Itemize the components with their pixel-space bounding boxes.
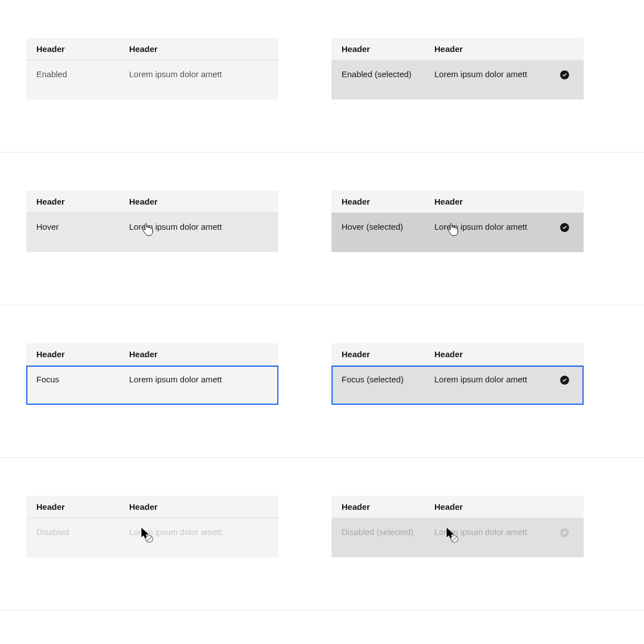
cell-state-label: Enabled (selected) bbox=[332, 69, 434, 80]
column-header: Header bbox=[26, 44, 129, 54]
column-header: Header bbox=[26, 502, 129, 512]
section-disabled: Header Header Disabled Lorem ipsum dolor… bbox=[0, 458, 644, 610]
pointer-cursor-icon bbox=[447, 222, 459, 237]
cell-state-label: Focus (selected) bbox=[332, 375, 434, 385]
table-header-row: Header Header bbox=[332, 38, 584, 60]
cell-state-label: Disabled (selected) bbox=[332, 527, 434, 538]
table-focus: Header Header Focus Lorem ipsum dolor am… bbox=[26, 343, 278, 405]
column-header: Header bbox=[332, 197, 434, 207]
table-header-row: Header Header bbox=[26, 191, 278, 213]
table-enabled: Header Header Enabled Lorem ipsum dolor … bbox=[26, 38, 278, 100]
table-focus-selected: Header Header Focus (selected) Lorem ips… bbox=[332, 343, 584, 405]
column-header: Header bbox=[129, 502, 278, 512]
table-header-row: Header Header bbox=[26, 496, 278, 518]
cell-state-label: Hover bbox=[26, 222, 129, 233]
section-enabled: Header Header Enabled Lorem ipsum dolor … bbox=[0, 0, 644, 153]
checkmark-filled-icon bbox=[560, 70, 569, 79]
pointer-cursor-icon bbox=[141, 222, 154, 237]
cell-content: Lorem ipsum dolor amett bbox=[434, 69, 560, 80]
column-header: Header bbox=[26, 349, 129, 359]
column-header: Header bbox=[332, 349, 434, 359]
column-header: Header bbox=[129, 44, 278, 54]
table-header-row: Header Header bbox=[332, 191, 584, 213]
section-focus: Header Header Focus Lorem ipsum dolor am… bbox=[0, 305, 644, 458]
table-hover-selected: Header Header Hover (selected) Lorem ips… bbox=[332, 191, 584, 252]
checkmark-filled-icon bbox=[560, 528, 569, 537]
table-row-hover[interactable]: Hover Lorem ipsum dolor amett bbox=[26, 213, 278, 252]
column-header: Header bbox=[434, 44, 584, 54]
checkmark-filled-icon bbox=[560, 376, 569, 385]
column-header: Header bbox=[129, 349, 278, 359]
checkmark-filled-icon bbox=[560, 223, 569, 232]
section-hover: Header Header Hover Lorem ipsum dolor am… bbox=[0, 153, 644, 305]
column-header: Header bbox=[26, 197, 129, 207]
cell-state-label: Disabled bbox=[26, 527, 129, 538]
not-allowed-cursor-icon bbox=[446, 528, 460, 543]
table-header-row: Header Header bbox=[332, 343, 584, 366]
table-row-disabled-selected: Disabled (selected) Lorem ipsum dolor am… bbox=[332, 518, 584, 557]
table-row-enabled-selected[interactable]: Enabled (selected) Lorem ipsum dolor ame… bbox=[332, 60, 584, 100]
table-row-hover-selected[interactable]: Hover (selected) Lorem ipsum dolor amett bbox=[332, 213, 584, 252]
cell-state-label: Enabled bbox=[26, 69, 129, 80]
table-row-focus[interactable]: Focus Lorem ipsum dolor amett bbox=[26, 366, 278, 405]
cell-content: Lorem ipsum dolor amett bbox=[129, 375, 278, 385]
cell-content: Lorem ipsum dolor amett bbox=[129, 69, 278, 80]
table-header-row: Header Header bbox=[332, 496, 584, 518]
not-allowed-cursor-icon bbox=[140, 528, 155, 543]
table-disabled: Header Header Disabled Lorem ipsum dolor… bbox=[26, 496, 278, 557]
column-header: Header bbox=[434, 349, 584, 359]
column-header: Header bbox=[332, 502, 434, 512]
table-header-row: Header Header bbox=[26, 343, 278, 366]
table-disabled-selected: Header Header Disabled (selected) Lorem … bbox=[332, 496, 584, 557]
table-row-enabled[interactable]: Enabled Lorem ipsum dolor amett bbox=[26, 60, 278, 100]
column-header: Header bbox=[332, 44, 434, 54]
cell-state-label: Focus bbox=[26, 375, 129, 385]
column-header: Header bbox=[434, 197, 584, 207]
column-header: Header bbox=[434, 502, 584, 512]
table-row-focus-selected[interactable]: Focus (selected) Lorem ipsum dolor amett bbox=[332, 366, 584, 405]
table-enabled-selected: Header Header Enabled (selected) Lorem i… bbox=[332, 38, 584, 100]
cell-state-label: Hover (selected) bbox=[332, 222, 434, 233]
table-hover: Header Header Hover Lorem ipsum dolor am… bbox=[26, 191, 278, 252]
cell-content: Lorem ipsum dolor amett bbox=[434, 375, 560, 385]
table-header-row: Header Header bbox=[26, 38, 278, 60]
column-header: Header bbox=[129, 197, 278, 207]
table-row-disabled: Disabled Lorem ipsum dolor amett bbox=[26, 518, 278, 557]
